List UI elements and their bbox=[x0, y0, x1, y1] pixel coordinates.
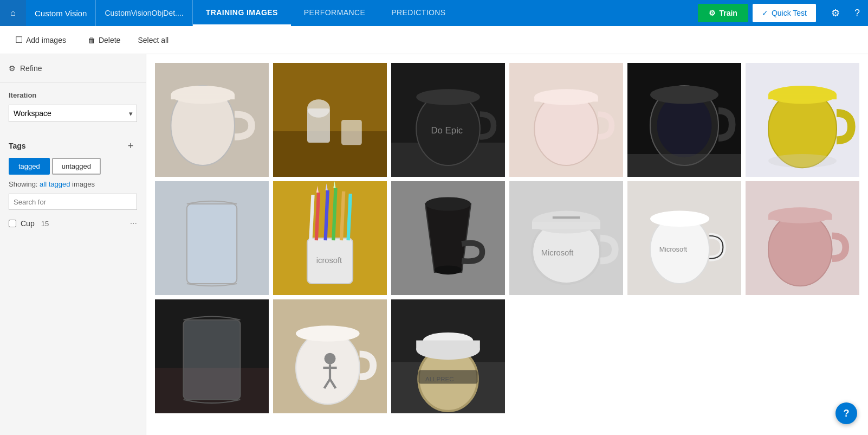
help-bubble-button[interactable]: ? bbox=[835, 402, 857, 424]
home-icon: ⌂ bbox=[10, 8, 16, 18]
svg-text:icrosoft: icrosoft bbox=[316, 256, 342, 265]
tags-header: Tags + bbox=[9, 139, 137, 152]
svg-rect-8 bbox=[341, 120, 362, 145]
svg-rect-3 bbox=[171, 95, 235, 99]
tab-predictions[interactable]: PREDICTIONS bbox=[378, 0, 458, 26]
refine-icon: ⚙ bbox=[9, 64, 16, 73]
tag-cup-name: Cup bbox=[21, 219, 35, 228]
quick-test-button[interactable]: ✓ Quick Test bbox=[753, 4, 816, 22]
delete-button[interactable]: 🗑 Delete bbox=[83, 34, 125, 47]
untagged-button[interactable]: untagged bbox=[52, 158, 101, 175]
iteration-section: Iteration Workspace Iteration 1 Iteratio… bbox=[0, 82, 146, 131]
tab-performance[interactable]: PERFORMANCE bbox=[291, 0, 379, 26]
gear-icon: ⚙ bbox=[709, 9, 716, 17]
refine-label: Refine bbox=[20, 64, 42, 73]
svg-rect-50 bbox=[532, 222, 600, 229]
svg-point-55 bbox=[650, 211, 709, 227]
svg-rect-77 bbox=[416, 341, 480, 350]
svg-point-46 bbox=[435, 265, 462, 274]
svg-rect-27 bbox=[768, 95, 837, 99]
main-layout: ⚙ Refine Iteration Workspace Iteration 1… bbox=[0, 54, 868, 435]
svg-point-13 bbox=[416, 89, 480, 105]
svg-rect-63 bbox=[184, 320, 241, 400]
tag-cup-more-icon[interactable]: ··· bbox=[130, 219, 137, 228]
project-name[interactable]: CustomVisionObjDet.... bbox=[96, 0, 192, 26]
svg-point-45 bbox=[425, 197, 471, 210]
tags-label: Tags bbox=[9, 142, 26, 150]
tagged-buttons-group: tagged untagged bbox=[9, 158, 137, 175]
svg-line-36 bbox=[333, 188, 335, 241]
iteration-select[interactable]: Workspace Iteration 1 Iteration 2 bbox=[9, 105, 137, 122]
add-images-icon: ☐ bbox=[15, 35, 23, 45]
sidebar: ⚙ Refine Iteration Workspace Iteration 1… bbox=[0, 54, 146, 435]
help-icon: ? bbox=[854, 8, 860, 19]
home-button[interactable]: ⌂ bbox=[0, 0, 26, 26]
train-button[interactable]: ⚙ Train bbox=[698, 4, 748, 22]
tag-cup-count: 15 bbox=[41, 220, 49, 228]
tag-cup-checkbox[interactable] bbox=[9, 220, 16, 227]
sub-toolbar: ☐ Add images 🗑 Delete Select all bbox=[0, 26, 868, 54]
tags-section: Tags + tagged untagged Showing: all tagg… bbox=[0, 131, 146, 239]
svg-rect-79 bbox=[418, 370, 477, 383]
svg-text:Do Epic: Do Epic bbox=[431, 125, 463, 136]
search-input[interactable] bbox=[9, 194, 137, 210]
svg-point-7 bbox=[307, 99, 330, 118]
checkmark-icon: ✓ bbox=[762, 9, 768, 17]
svg-rect-18 bbox=[534, 97, 598, 101]
image-cell-9[interactable] bbox=[391, 181, 505, 295]
tagged-button[interactable]: tagged bbox=[9, 158, 50, 175]
settings-button[interactable]: ⚙ bbox=[825, 2, 846, 24]
svg-point-58 bbox=[768, 213, 832, 286]
app-name: Custom Vision bbox=[26, 0, 96, 26]
svg-line-35 bbox=[326, 190, 328, 240]
refine-bar: ⚙ Refine bbox=[0, 54, 146, 82]
tab-training-images[interactable]: TRAINING IMAGES bbox=[193, 0, 291, 26]
nav-tabs: TRAINING IMAGES PERFORMANCE PREDICTIONS bbox=[193, 0, 459, 26]
help-bubble-icon: ? bbox=[844, 408, 850, 419]
image-cell-7[interactable] bbox=[155, 181, 269, 295]
image-cell-3[interactable]: Do Epic bbox=[391, 63, 505, 177]
svg-line-37 bbox=[341, 191, 344, 240]
add-tag-button[interactable]: + bbox=[124, 139, 137, 152]
iteration-label: Iteration bbox=[9, 91, 137, 99]
add-images-button[interactable]: ☐ Add images bbox=[11, 33, 70, 47]
image-cell-2[interactable] bbox=[273, 63, 387, 177]
top-navigation: ⌂ Custom Vision CustomVisionObjDet.... T… bbox=[0, 0, 868, 26]
svg-line-38 bbox=[310, 195, 313, 240]
help-button[interactable]: ? bbox=[846, 2, 868, 24]
image-grid: Do Epic bbox=[155, 63, 859, 413]
settings-icon: ⚙ bbox=[831, 7, 840, 19]
image-cell-12[interactable] bbox=[746, 181, 859, 295]
svg-point-28 bbox=[768, 154, 837, 168]
svg-line-39 bbox=[348, 194, 351, 240]
image-cell-5[interactable] bbox=[627, 63, 741, 177]
image-grid-area: Do Epic bbox=[146, 54, 868, 435]
image-cell-15[interactable]: ALLPREC bbox=[391, 299, 505, 413]
svg-rect-60 bbox=[768, 215, 832, 220]
svg-rect-23 bbox=[627, 154, 741, 177]
svg-point-22 bbox=[650, 86, 718, 104]
image-cell-13[interactable] bbox=[155, 299, 269, 413]
image-cell-14[interactable] bbox=[273, 299, 387, 413]
svg-line-34 bbox=[316, 193, 319, 240]
tag-item-cup: Cup 15 ··· bbox=[9, 216, 137, 231]
image-cell-8[interactable]: icrosoft bbox=[273, 181, 387, 295]
svg-point-67 bbox=[325, 353, 336, 364]
image-cell-10[interactable]: Microsoft bbox=[509, 181, 623, 295]
svg-rect-30 bbox=[187, 204, 237, 284]
select-all-button[interactable]: Select all bbox=[138, 36, 169, 44]
all-tagged-link[interactable]: all tagged bbox=[40, 180, 70, 188]
svg-point-66 bbox=[296, 325, 360, 341]
image-cell-1[interactable] bbox=[155, 63, 269, 177]
svg-text:Microsoft: Microsoft bbox=[541, 248, 574, 257]
image-cell-11[interactable]: Microsoft bbox=[627, 181, 741, 295]
showing-text: Showing: all tagged images bbox=[9, 180, 137, 188]
image-cell-4[interactable] bbox=[509, 63, 623, 177]
svg-text:Microsoft: Microsoft bbox=[659, 246, 688, 253]
delete-icon: 🗑 bbox=[88, 36, 95, 44]
image-cell-6[interactable] bbox=[746, 63, 859, 177]
iteration-select-wrapper: Workspace Iteration 1 Iteration 2 bbox=[9, 105, 137, 122]
